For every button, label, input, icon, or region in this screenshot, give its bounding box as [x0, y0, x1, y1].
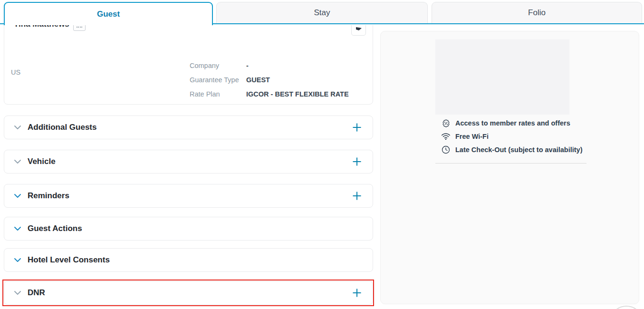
- wifi-icon: [441, 133, 451, 140]
- add-additional-guest-button[interactable]: [351, 121, 363, 134]
- section-title: Additional Guests: [28, 123, 96, 132]
- section-reminders[interactable]: Reminders: [4, 184, 373, 208]
- chevron-down-icon: [14, 226, 21, 231]
- list-item: Late Check-Out (subject to availability): [441, 143, 583, 156]
- chevron-down-icon: [14, 258, 21, 262]
- flag-icon: [356, 26, 362, 32]
- section-title: Guest Actions: [28, 224, 82, 233]
- section-guest-actions[interactable]: Guest Actions: [4, 217, 373, 241]
- reservation-screen: Tina Matthews US Company - Guarantee Typ…: [0, 0, 644, 309]
- benefit-label: Free Wi-Fi: [455, 133, 489, 140]
- add-dnr-button[interactable]: [351, 287, 363, 299]
- section-additional-guests[interactable]: Additional Guests: [4, 116, 373, 139]
- list-item: Access to member rates and offers: [441, 116, 583, 130]
- tab-stay[interactable]: Stay: [216, 2, 428, 23]
- field-label: Guarantee Type: [190, 76, 246, 84]
- section-vehicle[interactable]: Vehicle: [4, 150, 373, 174]
- benefit-label: Access to member rates and offers: [455, 119, 570, 127]
- tab-guest[interactable]: Guest: [4, 2, 213, 25]
- add-vehicle-button[interactable]: [351, 155, 363, 168]
- list-item: Free Wi-Fi: [441, 130, 583, 143]
- tab-label: Stay: [314, 8, 330, 18]
- section-dnr[interactable]: DNR: [4, 281, 373, 305]
- add-reminder-button[interactable]: [351, 190, 363, 202]
- section-title: Hotel Level Consents: [28, 255, 110, 265]
- field-value: GUEST: [246, 76, 270, 84]
- chevron-down-icon: [14, 125, 21, 130]
- tab-label: Guest: [97, 10, 120, 19]
- chevron-down-icon: [14, 290, 21, 295]
- tag-icon: [77, 27, 82, 29]
- membership-panel: Access to member rates and offers Free W…: [380, 31, 639, 304]
- divider: [435, 163, 586, 164]
- section-title: Reminders: [28, 191, 69, 201]
- field-value: -: [246, 62, 249, 69]
- guest-country: US: [11, 68, 20, 76]
- tab-bar: Stay Folio Guest: [0, 0, 644, 25]
- chevron-down-icon: [14, 159, 21, 164]
- benefit-label: Late Check-Out (subject to availability): [455, 146, 583, 154]
- membership-image-placeholder: [435, 39, 569, 115]
- field-guarantee-type: Guarantee Type GUEST: [190, 76, 270, 84]
- field-label: Rate Plan: [190, 90, 246, 98]
- field-company: Company -: [190, 62, 249, 69]
- field-rate-plan: Rate Plan IGCOR - BEST FLEXIBLE RATE: [190, 90, 349, 98]
- field-label: Company: [190, 62, 246, 69]
- tab-folio[interactable]: Folio: [432, 2, 642, 23]
- section-hotel-level-consents[interactable]: Hotel Level Consents: [4, 248, 373, 272]
- chevron-down-icon: [14, 193, 21, 198]
- discount-badge-icon: [441, 119, 451, 128]
- section-title: Vehicle: [28, 157, 56, 166]
- field-value: IGCOR - BEST FLEXIBLE RATE: [246, 90, 349, 98]
- clock-icon: [441, 145, 451, 154]
- section-title: DNR: [28, 288, 45, 298]
- tab-label: Folio: [528, 8, 546, 18]
- benefits-list: Access to member rates and offers Free W…: [441, 116, 583, 156]
- floating-action-button[interactable]: [609, 306, 644, 309]
